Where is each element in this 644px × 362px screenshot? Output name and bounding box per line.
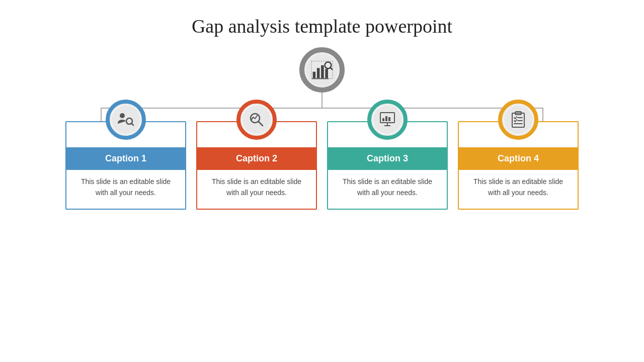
top-icon-container xyxy=(299,47,345,93)
card-3-icon-inner xyxy=(373,106,401,134)
card-2-text: This slide is an editable slide with all… xyxy=(197,176,316,199)
svg-rect-0 xyxy=(313,72,316,78)
svg-line-12 xyxy=(259,122,263,126)
presentation-chart-icon xyxy=(378,111,396,129)
card-4: Caption 4 This slide is an editable slid… xyxy=(458,121,579,210)
svg-rect-3 xyxy=(325,69,328,78)
checklist-icon xyxy=(509,111,527,129)
card-3-caption: Caption 3 xyxy=(328,147,447,170)
branch-line-1 xyxy=(101,109,102,121)
svg-line-25 xyxy=(515,120,517,122)
magnify-chart-icon xyxy=(248,111,266,129)
svg-rect-19 xyxy=(512,113,524,127)
top-icon-circle xyxy=(299,47,345,93)
slide: Gap analysis template powerpoint xyxy=(0,0,644,362)
branch-line-4 xyxy=(542,109,543,121)
card-1: Caption 1 This slide is an editable slid… xyxy=(65,121,186,210)
svg-line-10 xyxy=(132,124,134,126)
card-4-icon-circle xyxy=(498,100,538,140)
svg-rect-2 xyxy=(321,65,324,78)
card-2: Caption 2 This slide is an editable slid… xyxy=(196,121,317,210)
card-2-caption: Caption 2 xyxy=(197,147,316,170)
chart-analysis-icon xyxy=(311,59,333,81)
card-1-icon-circle xyxy=(106,100,146,140)
people-search-icon xyxy=(117,111,135,129)
card-4-icon-inner xyxy=(504,106,532,134)
card-3: Caption 3 This slide is an editable slid… xyxy=(327,121,448,210)
card-4-icon-wrapper xyxy=(498,100,538,140)
card-1-icon-inner xyxy=(112,106,140,134)
svg-point-8 xyxy=(120,113,125,118)
card-3-icon-circle xyxy=(367,100,408,140)
card-2-icon-inner xyxy=(243,106,271,134)
card-1-caption: Caption 1 xyxy=(66,147,185,170)
card-2-icon-circle xyxy=(236,100,277,140)
branch-lines xyxy=(101,109,543,121)
card-2-icon-wrapper xyxy=(236,100,277,140)
svg-rect-14 xyxy=(382,118,384,121)
card-1-icon-wrapper xyxy=(106,100,146,140)
svg-line-22 xyxy=(515,117,517,119)
svg-line-6 xyxy=(331,67,333,69)
card-3-icon-wrapper xyxy=(367,100,408,140)
slide-title: Gap analysis template powerpoint xyxy=(192,15,452,37)
svg-rect-15 xyxy=(385,116,387,121)
top-icon-inner xyxy=(306,54,339,86)
vertical-line-top xyxy=(321,93,323,108)
svg-rect-1 xyxy=(317,68,320,78)
card-4-text: This slide is an editable slide with all… xyxy=(459,176,578,199)
card-4-caption: Caption 4 xyxy=(459,147,578,170)
svg-rect-16 xyxy=(388,117,390,121)
cards-container: Caption 1 This slide is an editable slid… xyxy=(20,121,624,210)
card-1-text: This slide is an editable slide with all… xyxy=(66,176,185,199)
card-3-text: This slide is an editable slide with all… xyxy=(328,176,447,199)
